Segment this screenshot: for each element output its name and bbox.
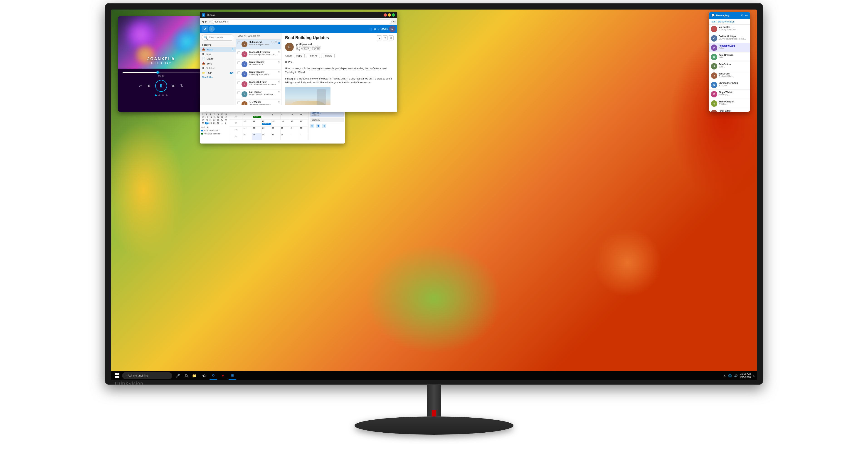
cal-cell-24[interactable]: 24 — [290, 126, 299, 133]
cal-cell-5[interactable]: 5 — [243, 113, 252, 119]
music-next-icon[interactable]: ⏭ — [172, 84, 176, 88]
msg-contact-8[interactable]: S Stella Ortegan Thanks... — [709, 99, 750, 108]
cal-day-6[interactable]: 6 — [205, 113, 209, 116]
taskbar-windows-button[interactable]: ⊞ — [228, 371, 237, 380]
cal-cell-27-today[interactable]: 27 — [252, 133, 261, 140]
cal-day-28[interactable]: 28 — [209, 122, 213, 124]
email-checkbox-3[interactable] — [238, 71, 240, 74]
ribbon-settings-icon[interactable]: ⚙ — [374, 27, 376, 31]
cal-cell-18[interactable]: 18 — [300, 120, 309, 126]
cal-day-21[interactable]: 21 — [209, 119, 213, 121]
cal-cell-6[interactable]: 6 Barley... — [252, 113, 261, 119]
cal-day-11[interactable]: 11 — [224, 113, 228, 116]
ribbon-people-icon[interactable]: 👥 — [369, 27, 372, 31]
cal-day-14[interactable]: 14 — [209, 116, 213, 119]
cal-day-16[interactable]: 16 — [216, 116, 220, 119]
cal-cell-9[interactable]: 9 — [281, 113, 290, 119]
msg-contact-4[interactable]: S Seb Cotton Sure... — [709, 62, 750, 71]
cal-day-30b[interactable]: 30 — [216, 122, 220, 124]
cal-day-5[interactable]: 5 — [201, 113, 205, 116]
sidebar-item-sent[interactable]: 📤 Sent — [200, 61, 236, 66]
cal-rosalia-calendar[interactable]: Rosalia's calendar — [201, 133, 228, 135]
cal-cell-7[interactable]: 7 — [262, 113, 271, 119]
cal-day-10[interactable]: 10 — [220, 113, 224, 116]
notification-icon[interactable]: □ — [753, 374, 755, 377]
msg-contact-9[interactable]: P Peter Ganz Great news... — [709, 108, 750, 112]
email-item-4[interactable]: J Joanne R. Frider Mrs. Jon Friedman's A… — [236, 80, 281, 89]
cal-day-22[interactable]: 22 — [213, 119, 216, 121]
cal-day-15[interactable]: 15 — [213, 116, 216, 119]
cal-day-26[interactable]: 26 — [201, 122, 205, 124]
cal-event-barley[interactable]: Barley... — [253, 116, 260, 118]
cal-cell-28[interactable]: 28 — [262, 133, 271, 140]
msg-contact-6[interactable]: C Christopher Anon account? — [709, 81, 750, 90]
taskbar-outlook-button[interactable]: O — [209, 371, 217, 380]
ribbon-help-icon[interactable]: ? — [378, 27, 379, 31]
cal-settings-icon[interactable]: ⚙ — [322, 124, 326, 128]
search-input[interactable] — [209, 36, 236, 39]
music-play-button[interactable]: ⏸ — [155, 80, 167, 92]
msg-contact-5[interactable]: J Jack Fulls That would be... — [709, 71, 750, 81]
music-progress-bar[interactable] — [123, 72, 200, 73]
msg-contact-3[interactable]: K Kate Brennan Hello... — [709, 53, 750, 62]
cal-day-18[interactable]: 18 — [224, 116, 228, 119]
taskbar-taskview-button[interactable]: ⧉ — [182, 371, 190, 380]
taskbar-skype-button[interactable]: ● — [219, 371, 227, 380]
cal-right-event-1[interactable]: Barry Fri... 10:30 AM — [310, 111, 344, 117]
taskbar-search-bar[interactable]: ○ Ask me anything — [122, 372, 172, 379]
sidebar-item-inbox[interactable]: 📥 Inbox 2 — [200, 47, 236, 52]
cal-people-icon[interactable]: 👤 — [316, 124, 320, 128]
cal-cell-20[interactable]: 20 — [252, 126, 261, 133]
reply-button[interactable]: Reply — [294, 54, 305, 58]
email-checkbox-2[interactable] — [238, 61, 240, 64]
cal-event-barry[interactable]: Barry Fri... — [262, 123, 271, 125]
email-checkbox-5[interactable] — [238, 91, 240, 94]
email-prev-button[interactable]: ▲ — [377, 35, 382, 40]
taskbar-store-button[interactable]: 🛍 — [200, 371, 208, 380]
reply-all-button[interactable]: Reply All — [306, 54, 320, 58]
address-bar-url[interactable]: outlook.com — [212, 19, 392, 24]
cal-cell-8[interactable]: 8 — [271, 113, 280, 119]
sidebar-item-deleted[interactable]: 🗑 Deleted — [200, 66, 236, 70]
music-dot-1[interactable] — [155, 94, 157, 96]
cal-day-17[interactable]: 17 — [220, 116, 224, 119]
cal-day-23[interactable]: 23 — [216, 119, 220, 121]
cal-day-2b[interactable]: 2 — [224, 122, 228, 124]
cal-mail-icon[interactable]: ✉ — [310, 124, 314, 128]
email-checkbox-1[interactable] — [238, 51, 240, 54]
cal-cell-26[interactable]: 26 — [243, 133, 252, 140]
cal-cell-22[interactable]: 22 — [271, 126, 280, 133]
music-dot-2[interactable] — [158, 94, 160, 96]
window-minimize-button[interactable] — [388, 13, 391, 17]
cal-day-24[interactable]: 24 — [220, 119, 224, 121]
email-item-5[interactable]: J J.M. Steiger Project Ideas for Food Ma… — [236, 89, 281, 99]
arrange-label[interactable]: Arrange by: — [248, 35, 260, 37]
cal-cell-10[interactable]: 10 — [290, 113, 299, 119]
cal-right-event-2[interactable]: Starting... — [310, 118, 344, 122]
compose-button[interactable]: + — [209, 26, 215, 32]
email-checkbox-4[interactable] — [238, 81, 240, 84]
cal-day-1b[interactable]: 1 — [220, 122, 224, 124]
cal-cell-25[interactable]: 25 — [300, 126, 309, 133]
start-button[interactable] — [113, 371, 121, 380]
sidebar-item-pop[interactable]: 📁 POP 116 — [200, 70, 236, 75]
cal-cell-12[interactable]: 12 — [243, 120, 252, 126]
email-item-6[interactable]: P P.H. Walker Corporate Video Launch 3a — [236, 99, 281, 105]
cal-day-9[interactable]: 9 — [216, 113, 220, 116]
taskbar-explorer-button[interactable]: 📁 — [190, 371, 198, 380]
cal-cell-2c[interactable]: 2 — [300, 133, 309, 140]
browser-back-icon[interactable]: ◀ — [202, 20, 204, 23]
email-next-button[interactable]: ▼ — [383, 35, 388, 40]
cal-cell-13[interactable]: 13 — [252, 120, 261, 126]
cal-day-25[interactable]: 25 — [224, 119, 228, 121]
email-checkbox-6[interactable] — [238, 101, 240, 104]
cal-cell-17[interactable]: 17 — [290, 120, 300, 126]
cal-day-12[interactable]: 12 — [201, 116, 205, 119]
messaging-settings-icon[interactable]: ⚙ — [741, 14, 743, 17]
music-shuffle-icon[interactable]: ⤢ — [139, 83, 142, 88]
cal-cell-29c[interactable]: 29 — [271, 133, 280, 140]
sidebar-item-junk[interactable]: 🗑 Junk — [200, 52, 236, 56]
cal-cell-1c[interactable]: 1 — [290, 133, 299, 140]
music-dot-3[interactable] — [162, 94, 164, 96]
cal-cell-15[interactable]: 15 — [272, 120, 281, 126]
